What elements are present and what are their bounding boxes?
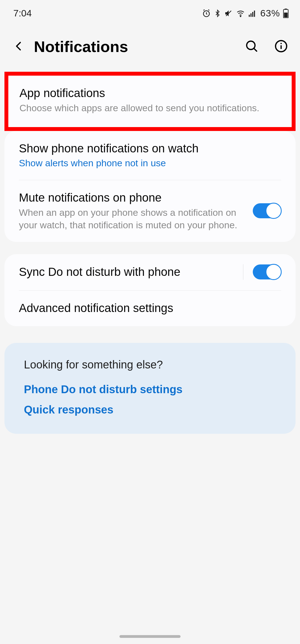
vertical-divider <box>243 264 243 280</box>
row-subtitle: Choose which apps are allowed to send yo… <box>19 102 275 114</box>
info-button[interactable] <box>273 39 289 55</box>
battery-percentage: 63% <box>260 8 280 19</box>
wifi-icon <box>236 9 245 18</box>
row-advanced-settings[interactable]: Advanced notification settings <box>4 291 296 326</box>
link-phone-dnd-settings[interactable]: Phone Do not disturb settings <box>24 383 276 396</box>
svg-rect-4 <box>252 12 253 17</box>
card-dnd-advanced: Sync Do not disturb with phone Advanced … <box>4 254 296 326</box>
svg-rect-5 <box>254 11 255 17</box>
link-quick-responses[interactable]: Quick responses <box>24 403 276 416</box>
svg-rect-8 <box>284 13 288 18</box>
svg-line-10 <box>254 48 257 51</box>
row-mute-on-phone[interactable]: Mute notifications on phone When an app … <box>4 180 296 242</box>
back-button[interactable] <box>11 39 27 55</box>
info-icon <box>274 39 288 54</box>
page-title: Notifications <box>34 38 237 56</box>
row-title: Show phone notifications on watch <box>19 141 276 156</box>
alarm-icon <box>202 9 211 18</box>
nav-handle[interactable] <box>119 635 181 638</box>
card-watch-notifications: Show phone notifications on watch Show a… <box>4 131 296 242</box>
signal-icon <box>248 9 256 18</box>
sync-dnd-toggle[interactable] <box>253 264 281 279</box>
svg-point-1 <box>240 16 241 17</box>
search-button[interactable] <box>244 39 259 55</box>
mute-toggle[interactable] <box>253 203 281 218</box>
battery-icon <box>283 9 289 18</box>
chevron-left-icon <box>13 38 24 55</box>
toggle-knob <box>266 264 282 280</box>
row-show-on-watch[interactable]: Show phone notifications on watch Show a… <box>4 131 296 180</box>
row-app-notifications[interactable]: App notifications Choose which apps are … <box>8 76 292 127</box>
svg-rect-2 <box>249 15 250 17</box>
bluetooth-icon <box>214 9 221 18</box>
row-subtitle: Show alerts when phone not in use <box>19 157 276 169</box>
info-links: Phone Do not disturb settings Quick resp… <box>24 383 276 416</box>
status-icons: 63% <box>202 8 289 19</box>
status-time: 7:04 <box>13 8 32 19</box>
svg-point-13 <box>281 43 282 44</box>
card-looking-for-else: Looking for something else? Phone Do not… <box>4 343 296 434</box>
row-title: Mute notifications on phone <box>19 190 247 205</box>
row-title: Advanced notification settings <box>19 301 276 316</box>
row-subtitle: When an app on your phone shows a notifi… <box>19 206 247 231</box>
search-icon <box>245 39 258 54</box>
svg-rect-3 <box>251 13 252 17</box>
info-heading: Looking for something else? <box>24 358 276 371</box>
card-app-notifications: App notifications Choose which apps are … <box>4 72 296 131</box>
toggle-knob <box>266 203 282 219</box>
page-header: Notifications <box>0 24 300 72</box>
mute-icon <box>224 9 233 18</box>
row-title: Sync Do not disturb with phone <box>19 264 238 279</box>
row-sync-dnd[interactable]: Sync Do not disturb with phone <box>4 254 296 290</box>
row-title: App notifications <box>19 86 275 101</box>
status-bar: 7:04 63% <box>0 0 300 24</box>
